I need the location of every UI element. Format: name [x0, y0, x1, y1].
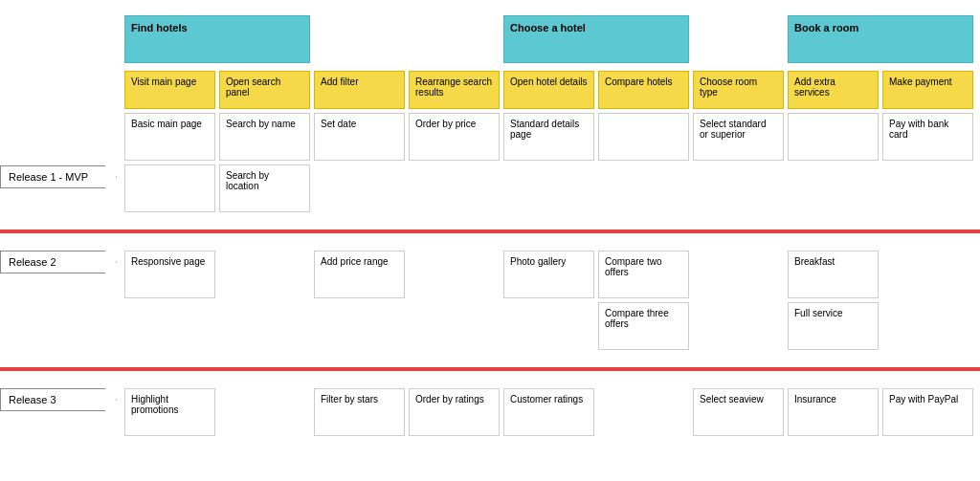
r2-story-empty-6 — [693, 302, 784, 350]
r2-empty-1 — [219, 251, 310, 298]
release3-label[interactable]: Release 3 — [0, 388, 117, 411]
r3-customer-ratings: Customer ratings — [503, 388, 594, 436]
r2-compare-three: Compare three offers — [598, 302, 689, 350]
r3-insurance: Insurance — [788, 388, 879, 436]
story-search-location: Search by location — [219, 164, 310, 212]
r2-story-empty-4 — [409, 302, 500, 350]
feature-add-filter: Add filter — [314, 71, 405, 109]
main-container: Release 1 - MVP Find hotels Choose a hot… — [0, 0, 980, 455]
story-row-1b: Search by location — [124, 164, 972, 212]
col-header-find-hotels: Find hotels — [124, 15, 310, 63]
r2-story-empty-7 — [882, 302, 973, 350]
r3-empty-1 — [219, 388, 310, 436]
separator-2 — [0, 367, 980, 371]
story-empty-2 — [788, 113, 879, 161]
feature-add-extra: Add extra services — [788, 71, 879, 109]
story-empty-3 — [124, 164, 215, 212]
r2-responsive: Responsive page — [124, 251, 215, 298]
story-empty-7 — [598, 164, 689, 212]
feature-row-3: Highlight promotions Filter by stars Ord… — [124, 388, 972, 436]
story-order-price: Order by price — [409, 113, 500, 161]
release1-label-text: Release 1 - MVP — [9, 171, 88, 183]
r3-paypal: Pay with PayPal — [882, 388, 973, 436]
r2-photo-gallery: Photo gallery — [503, 251, 594, 298]
release3-label-text: Release 3 — [9, 394, 56, 405]
release1-section: Release 1 - MVP Find hotels Choose a hot… — [0, 8, 980, 224]
release2-section: Release 2 Responsive page Add price rang… — [0, 239, 980, 361]
r2-story-empty-1 — [124, 302, 215, 350]
r3-seaview: Select seaview — [693, 388, 784, 436]
story-empty-4 — [314, 164, 405, 212]
r3-highlight: Highlight promotions — [124, 388, 215, 436]
col-header-book-room: Book a room — [788, 15, 973, 63]
release2-label-text: Release 2 — [9, 256, 56, 268]
release3-section: Release 3 Highlight promotions Filter by… — [0, 377, 980, 448]
r2-empty-2 — [409, 251, 500, 298]
story-select-standard: Select standard or superior — [693, 113, 784, 161]
feature-rearrange: Rearrange search results — [409, 71, 500, 109]
r2-story-empty-2 — [219, 302, 310, 350]
r3-empty-2 — [598, 388, 689, 436]
feature-row-1: Visit main page Open search panel Add fi… — [124, 71, 972, 109]
r2-story-empty-5 — [503, 302, 594, 350]
feature-choose-room: Choose room type — [693, 71, 784, 109]
feature-open-hotel: Open hotel details — [503, 71, 594, 109]
r3-order-ratings: Order by ratings — [409, 388, 500, 436]
feature-visit-main: Visit main page — [124, 71, 215, 109]
r2-empty-3 — [693, 251, 784, 298]
story-search-name: Search by name — [219, 113, 310, 161]
release2-label[interactable]: Release 2 — [0, 251, 117, 273]
story-empty-6 — [503, 164, 594, 212]
r2-full-service: Full service — [788, 302, 879, 350]
story-pay-bank: Pay with bank card — [882, 113, 973, 161]
col-header-choose-hotel: Choose a hotel — [503, 15, 689, 63]
feature-row-2: Responsive page Add price range Photo ga… — [124, 251, 972, 298]
r2-story-empty-3 — [314, 302, 405, 350]
feature-make-payment: Make payment — [882, 71, 973, 109]
story-empty-9 — [788, 164, 879, 212]
r2-add-price: Add price range — [314, 251, 405, 298]
separator-1 — [0, 230, 980, 233]
story-basic-main: Basic main page — [124, 113, 215, 161]
r2-compare-two: Compare two offers — [598, 251, 689, 298]
story-empty-1 — [598, 113, 689, 161]
r2-empty-4 — [882, 251, 973, 298]
release1-label[interactable]: Release 1 - MVP — [0, 165, 117, 188]
col-header-empty-3 — [693, 15, 784, 63]
feature-open-search: Open search panel — [219, 71, 310, 109]
story-empty-5 — [409, 164, 500, 212]
story-row-2: Compare three offers Full service — [124, 302, 972, 350]
col-header-empty-2 — [409, 15, 500, 63]
story-empty-10 — [882, 164, 973, 212]
col-header-empty-1 — [314, 15, 405, 63]
story-standard-details: Standard details page — [503, 113, 594, 161]
r3-filter-stars: Filter by stars — [314, 388, 405, 436]
story-set-date: Set date — [314, 113, 405, 161]
header-row-1: Find hotels Choose a hotel Book a room — [124, 15, 972, 67]
feature-compare-hotels: Compare hotels — [598, 71, 689, 109]
r2-breakfast: Breakfast — [788, 251, 879, 298]
story-empty-8 — [693, 164, 784, 212]
story-row-1a: Basic main page Search by name Set date … — [124, 113, 972, 161]
